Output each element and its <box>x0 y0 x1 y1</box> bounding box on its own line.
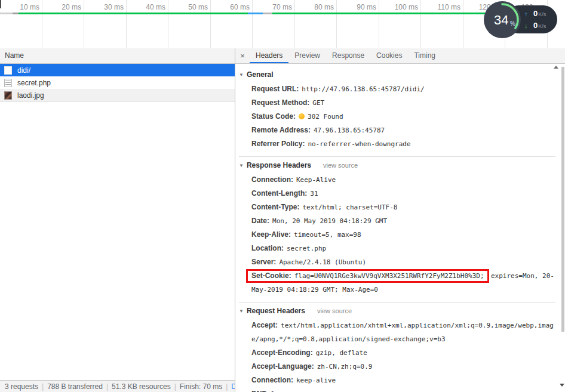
separator: | <box>226 382 228 391</box>
chevron-down-icon: ▼ <box>239 163 244 168</box>
request-details-panel: × Headers Preview Response Cookies Timin… <box>235 48 565 392</box>
network-summary-bar: 3 requests | 788 B transferred | 51.3 KB… <box>0 380 235 392</box>
flag-annotation-red-box: Set-Cookie:flag=U0NVQ1RGe3kwVV9qVXM3X251… <box>246 269 489 283</box>
tick-label: 40 ms <box>124 2 165 12</box>
chevron-down-icon: ▼ <box>239 72 244 78</box>
header-key: Keep-Alive: <box>251 230 291 239</box>
name-column-header[interactable]: Name <box>0 48 235 64</box>
section-general: ▼General Request URL:http://47.96.138.65… <box>239 69 555 151</box>
header-value: 47.96.138.65:45787 <box>314 126 385 134</box>
header-key: Content-Type: <box>251 203 299 211</box>
status-dot-icon <box>299 113 305 119</box>
header-key: Content-Length: <box>251 189 307 197</box>
section-header-general[interactable]: ▼General <box>239 69 555 81</box>
header-value: 31 <box>310 190 318 197</box>
request-name: laodi.jpg <box>17 91 44 100</box>
document-icon <box>4 79 12 87</box>
header-key: Request Method: <box>251 98 309 107</box>
header-key: Accept-Encoding: <box>251 348 313 357</box>
request-row-didi[interactable]: didi/ <box>0 64 235 76</box>
network-timeline-overview[interactable]: 10 ms 20 ms 30 ms 40 ms 50 ms 60 ms 70 m… <box>0 0 565 49</box>
header-row: Location:secret.php <box>239 242 555 255</box>
tick-label: 10 ms <box>0 2 39 12</box>
request-row-laodi-jpg[interactable]: laodi.jpg <box>0 89 235 102</box>
header-row: DNT:1 <box>239 387 555 392</box>
header-row: Date:Mon, 20 May 2019 04:18:29 GMT <box>239 214 555 228</box>
transferred-size: 788 B transferred <box>47 382 103 391</box>
header-key: Connection: <box>251 175 293 184</box>
header-key: Date: <box>251 217 269 225</box>
header-value: text/html; charset=UTF-8 <box>302 203 397 211</box>
header-key: Set-Cookie: <box>251 271 291 280</box>
header-row: Accept-Language:zh-CN,zh;q=0.9 <box>239 360 555 374</box>
tab-timing[interactable]: Timing <box>408 48 441 63</box>
headers-detail-content[interactable]: ▼General Request URL:http://47.96.138.65… <box>235 64 565 392</box>
header-row: Connection:keep-alive <box>239 374 555 387</box>
header-value: keep-alive <box>296 376 336 384</box>
header-row: Status Code:302 Found <box>239 110 555 124</box>
tab-cookies[interactable]: Cookies <box>370 48 408 63</box>
header-value: Keep-Alive <box>296 176 336 184</box>
header-row: Keep-Alive:timeout=5, max=98 <box>239 228 555 242</box>
header-row: Content-Type:text/html; charset=UTF-8 <box>239 200 555 214</box>
timeline-bar-green <box>19 13 248 14</box>
download-arrow-icon: ↓ <box>524 21 533 31</box>
request-name: secret.php <box>17 79 51 87</box>
section-header-request[interactable]: ▼Request Headersview source <box>239 305 555 317</box>
header-value: text/html,application/xhtml+xml,applicat… <box>251 322 554 343</box>
header-row: Accept-Encoding:gzip, deflate <box>239 346 555 360</box>
header-value: secret.php <box>287 245 326 252</box>
separator: | <box>42 382 44 391</box>
tick-label: 80 ms <box>292 2 334 12</box>
upload-speed-row: ↑ 0 K/s <box>524 8 557 18</box>
percent-value: 34 <box>494 13 508 27</box>
scroll-down-icon[interactable] <box>560 384 564 387</box>
header-row: Remote Address:47.96.138.65:45787 <box>239 124 555 137</box>
header-row: Server:Apache/2.4.18 (Ubuntu) <box>239 255 555 269</box>
tick-label: 20 ms <box>39 2 81 12</box>
header-value: zh-CN,zh;q=0.9 <box>317 363 373 371</box>
view-source-link[interactable]: view source <box>317 307 352 314</box>
tick-label: 60 ms <box>208 2 250 12</box>
tab-preview[interactable]: Preview <box>288 48 326 63</box>
requests-count: 3 requests <box>5 382 38 391</box>
details-tabs-bar: × Headers Preview Response Cookies Timin… <box>235 48 565 64</box>
header-key: Request URL: <box>251 85 299 93</box>
scrollbar-thumb[interactable] <box>561 67 564 332</box>
timeline-bar-gray <box>13 13 19 14</box>
request-row-secret-php[interactable]: secret.php <box>0 76 235 89</box>
header-key: Server: <box>251 258 276 266</box>
chevron-down-icon: ▼ <box>239 308 244 314</box>
header-value: gzip, deflate <box>316 349 367 357</box>
scroll-up-icon[interactable] <box>554 66 558 69</box>
view-source-link[interactable]: view source <box>323 162 358 169</box>
header-key: Status Code: <box>251 112 296 121</box>
tick-label: 50 ms <box>166 2 208 12</box>
requests-list-panel: Name didi/ secret.php laodi.jpg 3 reques… <box>0 48 235 392</box>
percent-sign: % <box>510 20 515 27</box>
header-key: Referrer Policy: <box>251 140 305 148</box>
upload-speed-value: 0 <box>533 8 538 18</box>
request-name: didi/ <box>17 66 30 75</box>
tab-response[interactable]: Response <box>326 48 370 63</box>
document-icon <box>4 66 12 75</box>
tick-label: 30 ms <box>82 2 124 12</box>
section-title: Request Headers <box>247 307 305 315</box>
section-response-headers: ▼Response Headersview source Connection:… <box>239 156 555 297</box>
header-row: Connection:Keep-Alive <box>239 173 555 187</box>
section-title: Response Headers <box>247 161 311 169</box>
section-header-response[interactable]: ▼Response Headersview source <box>239 159 555 172</box>
header-value: no-referrer-when-downgrade <box>308 140 410 148</box>
header-row: Accept:text/html,application/xhtml+xml,a… <box>239 319 555 346</box>
resources-size: 51.3 KB resources <box>112 382 171 391</box>
close-icon[interactable]: × <box>235 48 250 63</box>
download-speed-row: ↓ 0 K/s <box>524 20 557 30</box>
tab-headers[interactable]: Headers <box>250 48 288 63</box>
header-key: DNT: <box>251 390 268 392</box>
percent-circle-badge: 34 % <box>483 1 521 39</box>
timeline-bar-gray <box>263 13 272 14</box>
header-value: Apache/2.4.18 (Ubuntu) <box>279 258 366 266</box>
header-row: Content-Length:31 <box>239 187 555 200</box>
section-title: General <box>247 70 274 79</box>
header-row-set-cookie: Set-Cookie:flag=U0NVQ1RGe3kwVV9qVXM3X251… <box>239 269 555 297</box>
